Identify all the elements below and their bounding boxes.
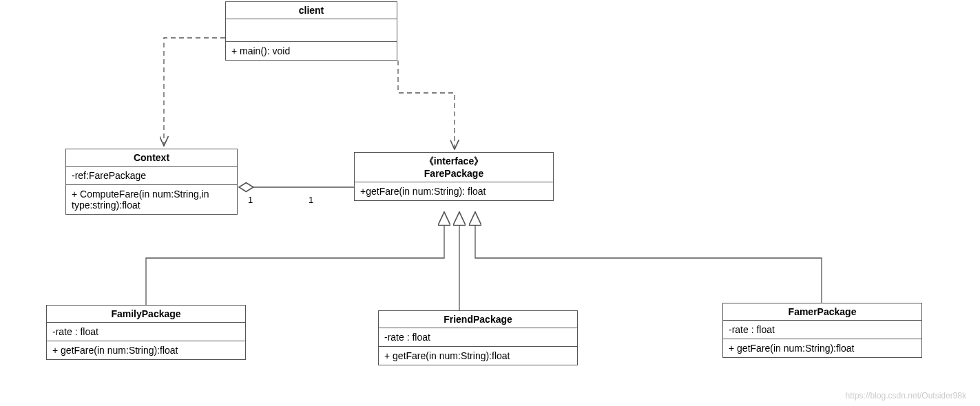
class-family-op: + getFare(in num:String):float	[47, 341, 245, 359]
class-client-ops: + main(): void	[226, 42, 397, 60]
interface-op: +getFare(in num:String): float	[355, 182, 553, 200]
class-friend-op: + getFare(in num:String):float	[379, 347, 577, 365]
class-family-attr: -rate : float	[47, 323, 245, 341]
dep-client-context	[164, 38, 225, 146]
class-friendpackage: FriendPackage -rate : float + getFare(in…	[378, 310, 578, 365]
impl-family	[146, 212, 444, 305]
class-context: Context -ref:FarePackage + ComputeFare(i…	[65, 149, 238, 215]
class-client-attrs	[226, 19, 397, 42]
impl-famer	[475, 212, 822, 303]
class-friend-attr: -rate : float	[379, 328, 577, 347]
class-context-attr: -ref:FarePackage	[66, 167, 237, 185]
class-famerpackage: FamerPackage -rate : float + getFare(in …	[722, 303, 922, 358]
class-famer-attr: -rate : float	[723, 321, 921, 339]
class-family-name: FamilyPackage	[47, 306, 245, 323]
class-friend-name: FriendPackage	[379, 311, 577, 328]
interface-farepackage: 《interface》 FarePackage +getFare(in num:…	[354, 152, 554, 201]
class-famer-op: + getFare(in num:String):float	[723, 339, 921, 357]
class-context-op: + ComputeFare(in num:String,in type:stri…	[66, 185, 237, 214]
class-familypackage: FamilyPackage -rate : float + getFare(in…	[46, 305, 246, 360]
mult-right: 1	[309, 195, 313, 205]
mult-left: 1	[248, 195, 253, 205]
class-client: client + main(): void	[225, 1, 397, 61]
class-context-name: Context	[66, 149, 237, 167]
interface-stereo: 《interface》	[355, 153, 553, 168]
class-famer-name: FamerPackage	[723, 303, 921, 321]
interface-name: FarePackage	[355, 168, 553, 182]
dep-client-farepackage	[398, 61, 455, 149]
watermark: https://blog.csdn.net/Outsider98k	[846, 391, 966, 400]
class-client-name: client	[226, 2, 397, 19]
